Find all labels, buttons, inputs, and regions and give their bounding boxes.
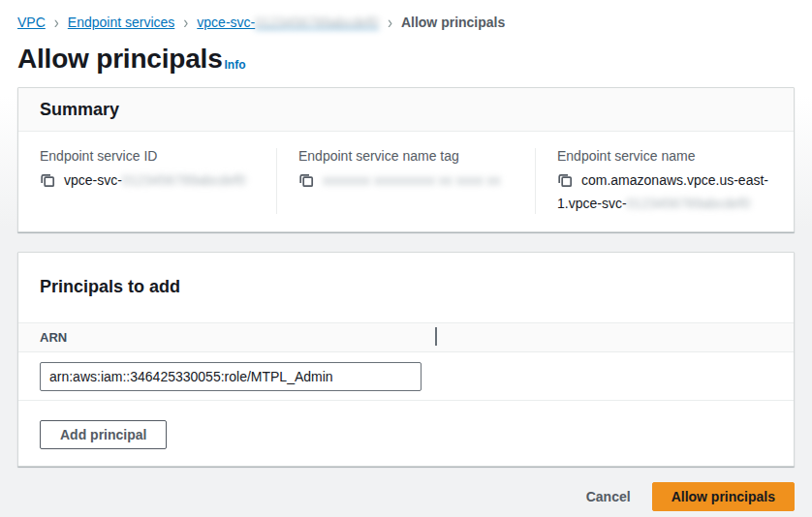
summary-field-endpoint-service-id: Endpoint service ID vpce-svc-0123456789a… bbox=[18, 148, 276, 214]
summary-title: Summary bbox=[40, 100, 119, 119]
field-value-redacted: 0123456789abcdef0 bbox=[627, 196, 751, 211]
breadcrumb-endpoint-services[interactable]: Endpoint services bbox=[68, 15, 175, 30]
cancel-button[interactable]: Cancel bbox=[582, 484, 635, 509]
principals-card-header: Principals to add bbox=[18, 253, 794, 322]
field-value-text: vpce-svc- bbox=[64, 172, 122, 188]
column-resize-handle[interactable] bbox=[435, 327, 437, 346]
summary-body: Endpoint service ID vpce-svc-0123456789a… bbox=[18, 132, 794, 231]
page-title: Allow principals bbox=[17, 45, 223, 75]
breadcrumb-separator-icon: › bbox=[54, 12, 59, 32]
arn-table-header-row: ARN bbox=[18, 322, 794, 352]
copy-icon[interactable] bbox=[40, 172, 55, 194]
field-label: Endpoint service name bbox=[557, 148, 774, 164]
breadcrumb-vpc[interactable]: VPC bbox=[17, 15, 46, 30]
arn-input[interactable] bbox=[40, 362, 422, 391]
page-content: VPC › Endpoint services › vpce-svc-01234… bbox=[0, 0, 812, 511]
breadcrumb-service-id-prefix: vpce-svc- bbox=[197, 15, 255, 30]
field-value: com.amazonaws.vpce.us-east-1.vpce-svc-01… bbox=[557, 170, 772, 214]
summary-field-endpoint-service-name: Endpoint service name com.amazonaws.vpce… bbox=[535, 148, 794, 214]
breadcrumb-service-id-redacted: 0123456789abcdef0 bbox=[255, 15, 379, 30]
copy-icon[interactable] bbox=[298, 172, 314, 194]
field-value: xxxxxxx xxxxxxxxx xx xxxx xx bbox=[298, 170, 514, 194]
arn-input-row bbox=[18, 352, 794, 400]
info-link[interactable]: Info bbox=[225, 58, 246, 75]
field-label: Endpoint service name tag bbox=[298, 148, 515, 164]
breadcrumb-current-page: Allow principals bbox=[401, 15, 505, 30]
field-value: vpce-svc-0123456789abcdef0 bbox=[40, 170, 255, 194]
summary-card-header: Summary bbox=[18, 88, 794, 132]
copy-icon[interactable] bbox=[557, 172, 573, 194]
allow-principals-button[interactable]: Allow principals bbox=[652, 482, 795, 511]
summary-field-endpoint-service-name-tag: Endpoint service name tag xxxxxxx xxxxxx… bbox=[276, 148, 535, 214]
field-value-redacted: xxxxxxx xxxxxxxxx xx xxxx xx bbox=[323, 172, 501, 188]
breadcrumb-separator-icon: › bbox=[388, 12, 392, 32]
breadcrumb-endpoint-service-id[interactable]: vpce-svc-0123456789abcdef0 bbox=[197, 15, 379, 30]
breadcrumb-separator-icon: › bbox=[183, 12, 188, 32]
form-actions: Cancel Allow principals bbox=[17, 482, 795, 511]
field-label: Endpoint service ID bbox=[40, 148, 257, 164]
principals-title: Principals to add bbox=[40, 277, 180, 296]
summary-card: Summary Endpoint service ID vpce-svc-012… bbox=[17, 87, 795, 232]
add-principal-button[interactable]: Add principal bbox=[40, 420, 167, 449]
principals-card-footer: Add principal bbox=[18, 400, 794, 466]
principals-to-add-card: Principals to add ARN Add principal bbox=[17, 252, 795, 467]
breadcrumb: VPC › Endpoint services › vpce-svc-01234… bbox=[17, 0, 795, 30]
title-row: Allow principals Info bbox=[17, 45, 795, 75]
arn-column-header: ARN bbox=[40, 330, 67, 345]
field-value-redacted: 0123456789abcdef0 bbox=[122, 172, 246, 188]
